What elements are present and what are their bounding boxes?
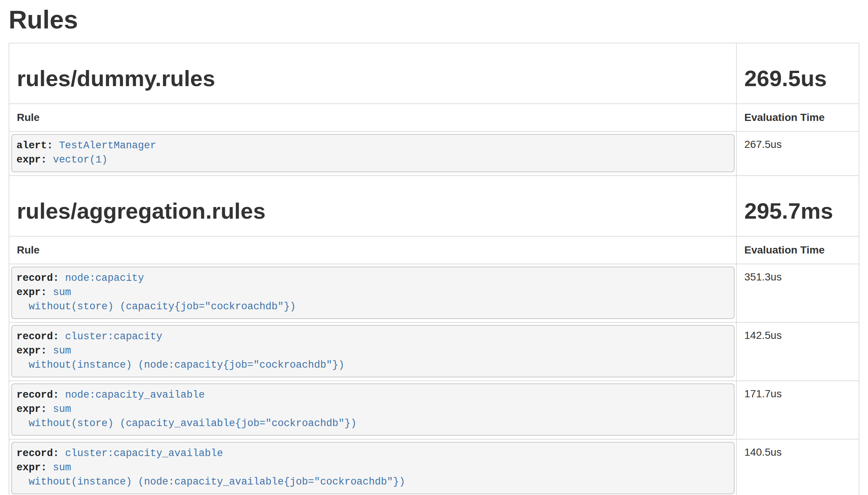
eval-column-header: Evaluation Time [736, 103, 859, 131]
rule-column-header: Rule [9, 103, 736, 131]
rule-group-file: rules/aggregation.rules [17, 196, 729, 226]
rule-line: without(store) (capacity{job="cockroachd… [16, 300, 728, 314]
rule-snippet: record: node:capacityexpr: sum without(s… [11, 267, 735, 319]
rule-keyword: record: [16, 389, 59, 401]
rule-expr-link[interactable]: sum [53, 345, 71, 356]
rule-snippet: record: node:capacity_availableexpr: sum… [11, 383, 735, 436]
rule-column-header: Rule [9, 236, 736, 264]
rule-row-cell: record: cluster:capacity_availableexpr: … [9, 439, 736, 495]
expr-keyword: expr: [16, 345, 47, 356]
rule-expr-link[interactable]: sum [53, 462, 71, 473]
rule-expr-link[interactable]: vector(1) [53, 154, 108, 165]
rule-line: alert: TestAlertManager [16, 139, 728, 153]
rule-name-link[interactable]: cluster:capacity [65, 331, 162, 342]
expr-keyword: expr: [16, 154, 47, 165]
rule-row-cell: record: cluster:capacityexpr: sum withou… [9, 322, 736, 380]
rule-snippet: record: cluster:capacity_availableexpr: … [11, 442, 735, 494]
rule-row-cell: record: node:capacity_availableexpr: sum… [9, 380, 736, 439]
rule-snippet: alert: TestAlertManagerexpr: vector(1) [11, 134, 735, 172]
rule-line: expr: sum [16, 402, 728, 416]
rule-line: record: cluster:capacity [16, 330, 728, 344]
rule-group-header: rules/dummy.rules [9, 43, 736, 103]
rule-snippet: record: cluster:capacityexpr: sum withou… [11, 325, 735, 377]
rule-name-link[interactable]: node:capacity [65, 273, 144, 284]
rule-name-link[interactable]: node:capacity_available [65, 389, 205, 401]
rule-group-eval-time: 295.7ms [744, 196, 851, 226]
rule-line: expr: sum [16, 461, 728, 475]
rule-eval-time: 351.3us [736, 264, 859, 322]
rules-table: rules/dummy.rules 269.5us Rule Evaluatio… [9, 43, 859, 495]
rule-expr-link-continued[interactable]: without(store) (capacity_available{job="… [16, 418, 356, 429]
rule-expr-link-continued[interactable]: without(instance) (node:capacity{job="co… [16, 359, 344, 371]
rule-eval-time: 142.5us [736, 322, 859, 380]
rule-keyword: record: [16, 331, 59, 342]
rule-row-cell: alert: TestAlertManagerexpr: vector(1) [9, 131, 736, 175]
rule-line: expr: sum [16, 285, 728, 300]
rule-eval-time: 171.7us [736, 380, 859, 439]
rule-keyword: record: [16, 273, 59, 284]
rule-line: record: cluster:capacity_available [16, 446, 728, 461]
rule-line: expr: vector(1) [16, 153, 728, 167]
expr-keyword: expr: [16, 287, 47, 298]
eval-column-header: Evaluation Time [736, 236, 859, 264]
rule-eval-time: 140.5us [736, 439, 859, 495]
rule-keyword: record: [16, 448, 59, 459]
page-title: Rules [9, 4, 859, 35]
rule-expr-link-continued[interactable]: without(instance) (node:capacity_availab… [16, 476, 405, 488]
expr-keyword: expr: [16, 462, 47, 473]
rule-group-header: rules/aggregation.rules [9, 175, 736, 236]
rule-group-file: rules/dummy.rules [17, 64, 729, 94]
rule-expr-link-continued[interactable]: without(store) (capacity{job="cockroachd… [16, 301, 296, 312]
rule-group-eval-time-cell: 295.7ms [736, 175, 859, 236]
rule-line: without(instance) (node:capacity{job="co… [16, 358, 728, 372]
rule-group-eval-time-cell: 269.5us [736, 43, 859, 103]
rule-group-eval-time: 269.5us [744, 64, 851, 94]
rule-line: without(instance) (node:capacity_availab… [16, 475, 728, 489]
rule-eval-time: 267.5us [736, 131, 859, 175]
expr-keyword: expr: [16, 404, 47, 415]
rules-page: Rules rules/dummy.rules 269.5us Rule Eva… [0, 4, 868, 495]
rule-expr-link[interactable]: sum [53, 287, 71, 298]
rule-line: record: node:capacity [16, 271, 728, 285]
rule-row-cell: record: node:capacityexpr: sum without(s… [9, 264, 736, 322]
rule-line: without(store) (capacity_available{job="… [16, 416, 728, 431]
rule-line: expr: sum [16, 344, 728, 358]
rule-name-link[interactable]: TestAlertManager [59, 140, 156, 151]
rule-line: record: node:capacity_available [16, 388, 728, 402]
rule-keyword: alert: [16, 140, 53, 151]
rule-name-link[interactable]: cluster:capacity_available [65, 448, 223, 459]
rule-expr-link[interactable]: sum [53, 404, 71, 415]
